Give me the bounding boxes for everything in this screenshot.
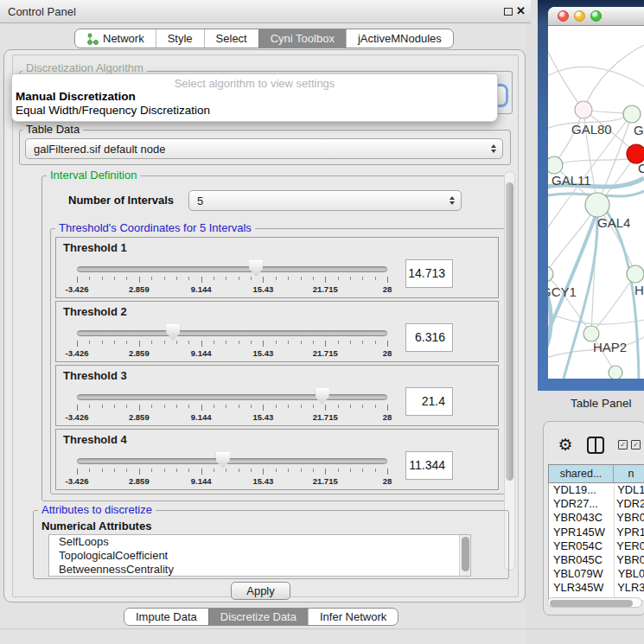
slider-tick bbox=[288, 277, 289, 280]
tab-cyni-toolbox[interactable]: Cyni Toolbox bbox=[258, 29, 346, 48]
network-node-h[interactable] bbox=[627, 265, 644, 283]
close-traffic-light-icon[interactable] bbox=[558, 10, 569, 22]
table-cell[interactable]: YLR345W bbox=[549, 581, 613, 595]
table-cell[interactable]: YLR3 bbox=[613, 581, 644, 595]
network-node-gal4[interactable] bbox=[585, 193, 609, 217]
main-scrollbar-thumb[interactable] bbox=[506, 182, 513, 481]
table-row[interactable]: YDL19...YDL1 bbox=[549, 483, 644, 497]
network-node-ga[interactable] bbox=[623, 105, 641, 123]
slider-tick bbox=[176, 277, 177, 280]
attribute-list-item[interactable]: BetweennessCentrality bbox=[49, 563, 470, 577]
threshold-slider-thumb[interactable] bbox=[316, 388, 329, 405]
table-row[interactable]: YLR345WYLR3 bbox=[549, 581, 644, 595]
table-row[interactable]: YBL079WYBL0 bbox=[549, 567, 644, 581]
slider-tick bbox=[263, 277, 264, 283]
column-header-shared-name[interactable]: shared... bbox=[549, 465, 614, 482]
tab-network[interactable]: Network bbox=[75, 29, 156, 48]
tab-jactivemnodules[interactable]: jActiveMNodules bbox=[346, 29, 453, 48]
slider-tick bbox=[139, 405, 140, 411]
slider-tick bbox=[301, 341, 302, 344]
threshold-slider-track[interactable] bbox=[77, 458, 387, 464]
tab-style[interactable]: Style bbox=[156, 29, 204, 48]
attributes-list-scrollbar[interactable] bbox=[459, 535, 470, 576]
table-row[interactable]: YDR27...YDR2 bbox=[549, 497, 644, 511]
table-row[interactable]: YER054CYER0 bbox=[549, 539, 644, 553]
slider-tick bbox=[214, 469, 214, 472]
slider-tick bbox=[338, 277, 339, 280]
attribute-list-item[interactable]: TopologicalCoefficient bbox=[49, 549, 470, 563]
apply-button[interactable]: Apply bbox=[231, 582, 290, 600]
table-cell[interactable]: YDR2 bbox=[612, 497, 644, 511]
threshold-value-field[interactable]: 14.713 bbox=[405, 259, 453, 288]
table-cell[interactable]: YER054C bbox=[549, 539, 612, 553]
threshold-slider-track[interactable] bbox=[77, 266, 387, 272]
table-row[interactable]: YPR145WYPR1 bbox=[549, 526, 644, 539]
tab-infer-network[interactable]: Infer Network bbox=[308, 609, 398, 625]
table-cell[interactable]: YBR0 bbox=[612, 511, 644, 525]
threshold-slider-thumb[interactable] bbox=[249, 260, 263, 277]
table-cell[interactable]: YBR045C bbox=[549, 553, 612, 567]
dropdown-option[interactable]: Equal Width/Frequency Discretization bbox=[12, 104, 497, 118]
float-panel-icon[interactable] bbox=[504, 8, 513, 16]
application-root: Control Panel ✕ NetworkStyleSelectCyni T… bbox=[0, 0, 644, 644]
attribute-list-item[interactable]: SelfLoops bbox=[49, 535, 470, 549]
table-body[interactable]: YDL19...YDL1YDR27...YDR2YBR043CYBR0YPR14… bbox=[548, 483, 644, 600]
tab-discretize-data[interactable]: Discretize Data bbox=[208, 609, 308, 625]
threshold-slider-thumb[interactable] bbox=[166, 324, 180, 341]
minimize-traffic-light-icon[interactable] bbox=[574, 10, 585, 22]
slider-tick-label: 15.43 bbox=[253, 348, 274, 358]
network-node-gal80[interactable] bbox=[575, 101, 592, 118]
dropdown-option[interactable]: Manual Discretization bbox=[12, 90, 497, 104]
threshold-slider-track[interactable] bbox=[77, 330, 387, 336]
table-cell[interactable]: YPR145W bbox=[549, 526, 612, 539]
slider-tick-label: 21.715 bbox=[313, 476, 338, 486]
table-cell[interactable]: YPR1 bbox=[612, 526, 644, 539]
threshold-value-field[interactable]: 6.316 bbox=[405, 323, 453, 352]
table-horizontal-scrollbar[interactable] bbox=[547, 597, 642, 608]
table-cell[interactable]: YDL1 bbox=[613, 483, 644, 497]
slider-tick bbox=[226, 341, 226, 344]
table-cell[interactable]: YER0 bbox=[612, 539, 644, 553]
threshold-value-field[interactable]: 21.4 bbox=[405, 387, 453, 416]
slider-tick-label: -3.426 bbox=[66, 284, 89, 294]
network-canvas[interactable]: GAL80GACGAL11GAL4GCY1HHAP2 bbox=[548, 26, 644, 379]
table-hscrollbar-thumb[interactable] bbox=[550, 600, 633, 607]
network-node-label: GAL4 bbox=[597, 215, 630, 230]
slider-tick bbox=[226, 469, 226, 472]
tab-impute-data[interactable]: Impute Data bbox=[124, 609, 208, 625]
cyni-mode-tabs: Impute DataDiscretize DataInfer Network bbox=[124, 608, 399, 626]
algorithm-dropdown-popup: Select algorithm to view settings Manual… bbox=[11, 73, 498, 122]
column-header-name[interactable]: n bbox=[614, 465, 644, 482]
slider-tick bbox=[151, 405, 152, 408]
slider-tick bbox=[164, 341, 165, 344]
slider-tick bbox=[114, 469, 115, 472]
slider-tick-label: 21.715 bbox=[313, 348, 338, 358]
network-node-gal11[interactable] bbox=[548, 156, 563, 174]
split-view-icon[interactable] bbox=[587, 437, 604, 454]
table-cell[interactable]: YBL079W bbox=[549, 567, 614, 581]
network-node-gcy1[interactable] bbox=[548, 266, 553, 282]
gear-icon[interactable]: ⚙ bbox=[557, 435, 574, 454]
table-row[interactable]: YBR045CYBR0 bbox=[549, 553, 644, 567]
table-cell[interactable]: YDR27... bbox=[549, 497, 612, 511]
network-window-titlebar[interactable] bbox=[548, 7, 644, 26]
checkbox-icon[interactable]: ✓ bbox=[618, 440, 628, 450]
tab-select[interactable]: Select bbox=[204, 29, 258, 48]
threshold-slider-track[interactable] bbox=[77, 394, 387, 400]
threshold-value-field[interactable]: 11.344 bbox=[405, 451, 453, 480]
table-data-combobox[interactable]: galFiltered.sif default node bbox=[25, 138, 503, 159]
table-cell[interactable]: YBL0 bbox=[614, 567, 644, 581]
threshold-slider-thumb[interactable] bbox=[216, 452, 230, 469]
attributes-scrollbar-thumb[interactable] bbox=[462, 537, 469, 571]
table-cell[interactable]: YBR043C bbox=[549, 511, 612, 525]
checkbox-icon[interactable]: ✓ bbox=[631, 440, 641, 450]
zoom-traffic-light-icon[interactable] bbox=[590, 10, 602, 22]
number-of-intervals-combobox[interactable]: 5 bbox=[188, 190, 462, 211]
numerical-attributes-list[interactable]: SelfLoopsTopologicalCoefficientBetweenne… bbox=[48, 534, 471, 577]
table-row[interactable]: YBR043CYBR0 bbox=[549, 511, 644, 525]
table-cell[interactable]: YDL19... bbox=[549, 483, 613, 497]
close-icon[interactable]: ✕ bbox=[516, 4, 526, 17]
network-node[interactable] bbox=[609, 366, 622, 379]
table-cell[interactable]: YBR0 bbox=[612, 553, 644, 567]
slider-tick bbox=[214, 341, 214, 344]
